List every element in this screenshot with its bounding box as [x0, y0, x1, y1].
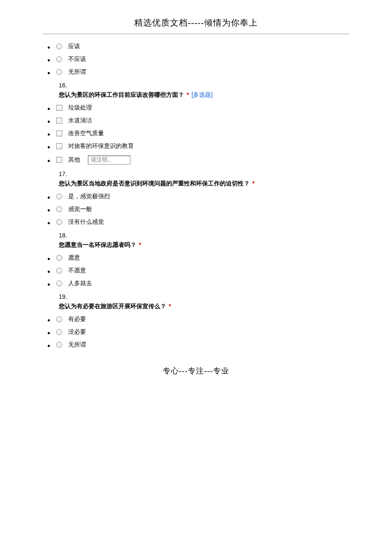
question-number: 19.	[59, 293, 349, 300]
option-label: 垃圾处理	[68, 104, 92, 112]
option-label: 人多就去	[68, 280, 92, 287]
radio-icon[interactable]	[56, 280, 62, 286]
radio-icon[interactable]	[56, 316, 62, 322]
option-label: 水道清洁	[68, 117, 92, 124]
q17-option-3[interactable]: 没有什么感觉	[56, 218, 349, 226]
q16-option-3[interactable]: 改善空气质量	[56, 130, 349, 137]
question-19: 19. 您认为有必要在旅游区开展环保宣传么？ *	[59, 293, 349, 310]
question-text: 您愿意当一名环保志愿者吗？	[59, 241, 136, 249]
option-label: 应该	[68, 43, 80, 50]
q15-options: 应该 不应该 无所谓	[43, 43, 349, 76]
checkbox-icon[interactable]	[56, 157, 62, 163]
radio-icon[interactable]	[56, 206, 62, 212]
required-star: *	[139, 241, 141, 248]
option-label: 无所谓	[68, 68, 86, 76]
q18-options: 愿意 不愿意 人多就去	[43, 254, 349, 287]
other-input[interactable]	[88, 155, 130, 165]
option-label: 没有什么感觉	[68, 218, 104, 226]
q15-option-3[interactable]: 无所谓	[56, 68, 349, 76]
page-footer: 专心---专注---专业	[43, 366, 349, 376]
option-label: 感觉一般	[68, 205, 92, 213]
radio-icon[interactable]	[56, 56, 62, 62]
question-text: 您认为景区当地政府是否意识到环境问题的严重性和环保工作的迫切性？	[59, 180, 250, 188]
radio-icon[interactable]	[56, 69, 62, 75]
document-page: 精选优质文档-----倾情为你奉上 应该 不应该 无所谓 16. 您认为景区的环…	[0, 0, 392, 393]
q17-options: 是，感觉极强烈 感觉一般 没有什么感觉	[43, 193, 349, 226]
required-star: *	[169, 303, 171, 309]
radio-icon[interactable]	[56, 329, 62, 335]
header-divider	[43, 34, 349, 34]
radio-icon[interactable]	[56, 268, 62, 274]
q15-option-1[interactable]: 应该	[56, 43, 349, 50]
option-label: 没必要	[68, 328, 86, 336]
page-header: 精选优质文档-----倾情为你奉上	[43, 17, 349, 31]
question-text: 您认为景区的环保工作目前应该改善哪些方面？	[59, 91, 184, 99]
required-star: *	[252, 180, 254, 187]
q18-option-3[interactable]: 人多就去	[56, 280, 349, 287]
checkbox-icon[interactable]	[56, 143, 62, 149]
option-label: 有必要	[68, 315, 86, 323]
question-17: 17. 您认为景区当地政府是否意识到环境问题的严重性和环保工作的迫切性？ *	[59, 171, 349, 188]
q19-option-2[interactable]: 没必要	[56, 328, 349, 336]
q16-option-1[interactable]: 垃圾处理	[56, 104, 349, 112]
option-label: 不愿意	[68, 267, 86, 275]
q15-option-2[interactable]: 不应该	[56, 55, 349, 63]
question-18: 18. 您愿意当一名环保志愿者吗？ *	[59, 232, 349, 249]
q17-option-1[interactable]: 是，感觉极强烈	[56, 193, 349, 200]
question-number: 16.	[59, 82, 349, 89]
option-label: 不应该	[68, 55, 86, 63]
radio-icon[interactable]	[56, 43, 62, 49]
q19-options: 有必要 没必要 无所谓	[43, 315, 349, 349]
checkbox-icon[interactable]	[56, 118, 62, 124]
checkbox-icon[interactable]	[56, 105, 62, 111]
q18-option-1[interactable]: 愿意	[56, 254, 349, 262]
option-label: 改善空气质量	[68, 130, 104, 137]
q16-option-4[interactable]: 对旅客的环保意识的教育	[56, 142, 349, 150]
option-label: 是，感觉极强烈	[68, 193, 110, 200]
q16-option-2[interactable]: 水道清洁	[56, 117, 349, 124]
q19-option-1[interactable]: 有必要	[56, 315, 349, 323]
q19-option-3[interactable]: 无所谓	[56, 341, 349, 349]
question-number: 18.	[59, 232, 349, 239]
option-label: 愿意	[68, 254, 80, 262]
radio-icon[interactable]	[56, 194, 62, 199]
q16-options: 垃圾处理 水道清洁 改善空气质量 对旅客的环保意识的教育 其他	[43, 104, 349, 165]
option-label: 其他	[68, 156, 80, 164]
required-star: *	[187, 91, 189, 98]
question-16: 16. 您认为景区的环保工作目前应该改善哪些方面？ * [多选题]	[59, 82, 349, 99]
checkbox-icon[interactable]	[56, 130, 62, 136]
option-label: 无所谓	[68, 341, 86, 349]
multi-select-tag: [多选题]	[191, 91, 213, 99]
option-label: 对旅客的环保意识的教育	[68, 142, 134, 150]
q18-option-2[interactable]: 不愿意	[56, 267, 349, 275]
radio-icon[interactable]	[56, 219, 62, 225]
q17-option-2[interactable]: 感觉一般	[56, 205, 349, 213]
radio-icon[interactable]	[56, 342, 62, 348]
question-text: 您认为有必要在旅游区开展环保宣传么？	[59, 303, 166, 310]
radio-icon[interactable]	[56, 255, 62, 261]
q16-option-other[interactable]: 其他	[56, 155, 349, 165]
question-number: 17.	[59, 171, 349, 177]
